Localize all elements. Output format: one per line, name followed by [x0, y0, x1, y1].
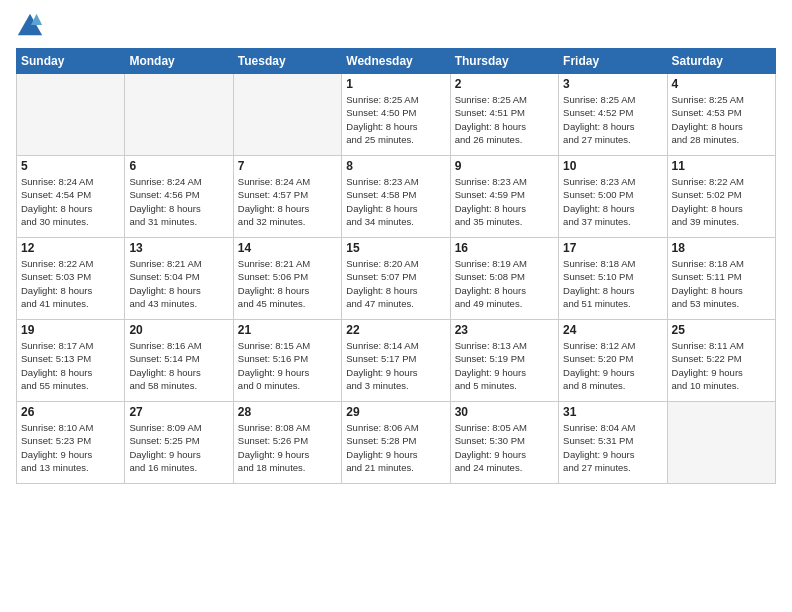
day-number: 5 [21, 159, 120, 173]
day-cell: 23Sunrise: 8:13 AM Sunset: 5:19 PM Dayli… [450, 320, 558, 402]
day-number: 27 [129, 405, 228, 419]
day-cell: 24Sunrise: 8:12 AM Sunset: 5:20 PM Dayli… [559, 320, 667, 402]
logo-icon [16, 12, 44, 40]
day-info: Sunrise: 8:21 AM Sunset: 5:04 PM Dayligh… [129, 257, 228, 310]
day-number: 1 [346, 77, 445, 91]
day-info: Sunrise: 8:13 AM Sunset: 5:19 PM Dayligh… [455, 339, 554, 392]
day-number: 3 [563, 77, 662, 91]
day-info: Sunrise: 8:23 AM Sunset: 5:00 PM Dayligh… [563, 175, 662, 228]
day-cell: 22Sunrise: 8:14 AM Sunset: 5:17 PM Dayli… [342, 320, 450, 402]
page: SundayMondayTuesdayWednesdayThursdayFrid… [0, 0, 792, 612]
column-header-thursday: Thursday [450, 49, 558, 74]
day-info: Sunrise: 8:25 AM Sunset: 4:50 PM Dayligh… [346, 93, 445, 146]
day-cell [17, 74, 125, 156]
day-info: Sunrise: 8:19 AM Sunset: 5:08 PM Dayligh… [455, 257, 554, 310]
week-row-2: 5Sunrise: 8:24 AM Sunset: 4:54 PM Daylig… [17, 156, 776, 238]
column-header-wednesday: Wednesday [342, 49, 450, 74]
day-info: Sunrise: 8:14 AM Sunset: 5:17 PM Dayligh… [346, 339, 445, 392]
day-info: Sunrise: 8:22 AM Sunset: 5:03 PM Dayligh… [21, 257, 120, 310]
day-cell: 8Sunrise: 8:23 AM Sunset: 4:58 PM Daylig… [342, 156, 450, 238]
day-cell: 3Sunrise: 8:25 AM Sunset: 4:52 PM Daylig… [559, 74, 667, 156]
day-number: 28 [238, 405, 337, 419]
day-cell: 14Sunrise: 8:21 AM Sunset: 5:06 PM Dayli… [233, 238, 341, 320]
day-cell: 9Sunrise: 8:23 AM Sunset: 4:59 PM Daylig… [450, 156, 558, 238]
day-cell: 19Sunrise: 8:17 AM Sunset: 5:13 PM Dayli… [17, 320, 125, 402]
day-info: Sunrise: 8:12 AM Sunset: 5:20 PM Dayligh… [563, 339, 662, 392]
day-cell: 4Sunrise: 8:25 AM Sunset: 4:53 PM Daylig… [667, 74, 775, 156]
day-cell: 5Sunrise: 8:24 AM Sunset: 4:54 PM Daylig… [17, 156, 125, 238]
day-cell: 25Sunrise: 8:11 AM Sunset: 5:22 PM Dayli… [667, 320, 775, 402]
day-cell: 7Sunrise: 8:24 AM Sunset: 4:57 PM Daylig… [233, 156, 341, 238]
day-number: 31 [563, 405, 662, 419]
day-cell [125, 74, 233, 156]
day-number: 22 [346, 323, 445, 337]
day-cell: 15Sunrise: 8:20 AM Sunset: 5:07 PM Dayli… [342, 238, 450, 320]
day-number: 26 [21, 405, 120, 419]
day-number: 24 [563, 323, 662, 337]
day-cell: 13Sunrise: 8:21 AM Sunset: 5:04 PM Dayli… [125, 238, 233, 320]
calendar: SundayMondayTuesdayWednesdayThursdayFrid… [16, 48, 776, 484]
day-number: 2 [455, 77, 554, 91]
day-info: Sunrise: 8:20 AM Sunset: 5:07 PM Dayligh… [346, 257, 445, 310]
day-info: Sunrise: 8:23 AM Sunset: 4:58 PM Dayligh… [346, 175, 445, 228]
day-info: Sunrise: 8:24 AM Sunset: 4:57 PM Dayligh… [238, 175, 337, 228]
column-header-friday: Friday [559, 49, 667, 74]
day-number: 7 [238, 159, 337, 173]
day-cell: 18Sunrise: 8:18 AM Sunset: 5:11 PM Dayli… [667, 238, 775, 320]
day-cell [667, 402, 775, 484]
day-info: Sunrise: 8:16 AM Sunset: 5:14 PM Dayligh… [129, 339, 228, 392]
logo [16, 12, 46, 40]
day-info: Sunrise: 8:22 AM Sunset: 5:02 PM Dayligh… [672, 175, 771, 228]
day-info: Sunrise: 8:25 AM Sunset: 4:53 PM Dayligh… [672, 93, 771, 146]
day-cell: 10Sunrise: 8:23 AM Sunset: 5:00 PM Dayli… [559, 156, 667, 238]
day-cell: 20Sunrise: 8:16 AM Sunset: 5:14 PM Dayli… [125, 320, 233, 402]
day-number: 23 [455, 323, 554, 337]
day-cell: 30Sunrise: 8:05 AM Sunset: 5:30 PM Dayli… [450, 402, 558, 484]
column-header-saturday: Saturday [667, 49, 775, 74]
day-number: 12 [21, 241, 120, 255]
day-info: Sunrise: 8:06 AM Sunset: 5:28 PM Dayligh… [346, 421, 445, 474]
day-cell: 26Sunrise: 8:10 AM Sunset: 5:23 PM Dayli… [17, 402, 125, 484]
day-number: 8 [346, 159, 445, 173]
day-info: Sunrise: 8:21 AM Sunset: 5:06 PM Dayligh… [238, 257, 337, 310]
day-cell: 27Sunrise: 8:09 AM Sunset: 5:25 PM Dayli… [125, 402, 233, 484]
day-cell: 21Sunrise: 8:15 AM Sunset: 5:16 PM Dayli… [233, 320, 341, 402]
day-info: Sunrise: 8:18 AM Sunset: 5:10 PM Dayligh… [563, 257, 662, 310]
day-number: 21 [238, 323, 337, 337]
day-number: 6 [129, 159, 228, 173]
day-cell: 6Sunrise: 8:24 AM Sunset: 4:56 PM Daylig… [125, 156, 233, 238]
day-info: Sunrise: 8:04 AM Sunset: 5:31 PM Dayligh… [563, 421, 662, 474]
day-number: 20 [129, 323, 228, 337]
week-row-1: 1Sunrise: 8:25 AM Sunset: 4:50 PM Daylig… [17, 74, 776, 156]
day-number: 9 [455, 159, 554, 173]
day-cell: 11Sunrise: 8:22 AM Sunset: 5:02 PM Dayli… [667, 156, 775, 238]
day-info: Sunrise: 8:05 AM Sunset: 5:30 PM Dayligh… [455, 421, 554, 474]
day-cell: 2Sunrise: 8:25 AM Sunset: 4:51 PM Daylig… [450, 74, 558, 156]
day-cell: 1Sunrise: 8:25 AM Sunset: 4:50 PM Daylig… [342, 74, 450, 156]
day-info: Sunrise: 8:08 AM Sunset: 5:26 PM Dayligh… [238, 421, 337, 474]
column-header-monday: Monday [125, 49, 233, 74]
day-cell: 16Sunrise: 8:19 AM Sunset: 5:08 PM Dayli… [450, 238, 558, 320]
day-info: Sunrise: 8:18 AM Sunset: 5:11 PM Dayligh… [672, 257, 771, 310]
day-number: 30 [455, 405, 554, 419]
day-number: 4 [672, 77, 771, 91]
day-number: 17 [563, 241, 662, 255]
day-info: Sunrise: 8:17 AM Sunset: 5:13 PM Dayligh… [21, 339, 120, 392]
column-header-sunday: Sunday [17, 49, 125, 74]
column-header-tuesday: Tuesday [233, 49, 341, 74]
day-info: Sunrise: 8:24 AM Sunset: 4:56 PM Dayligh… [129, 175, 228, 228]
day-info: Sunrise: 8:23 AM Sunset: 4:59 PM Dayligh… [455, 175, 554, 228]
day-info: Sunrise: 8:10 AM Sunset: 5:23 PM Dayligh… [21, 421, 120, 474]
header [16, 12, 776, 40]
day-number: 25 [672, 323, 771, 337]
header-row: SundayMondayTuesdayWednesdayThursdayFrid… [17, 49, 776, 74]
day-number: 14 [238, 241, 337, 255]
day-cell: 28Sunrise: 8:08 AM Sunset: 5:26 PM Dayli… [233, 402, 341, 484]
day-number: 19 [21, 323, 120, 337]
day-cell: 29Sunrise: 8:06 AM Sunset: 5:28 PM Dayli… [342, 402, 450, 484]
week-row-3: 12Sunrise: 8:22 AM Sunset: 5:03 PM Dayli… [17, 238, 776, 320]
day-number: 16 [455, 241, 554, 255]
day-cell [233, 74, 341, 156]
day-number: 13 [129, 241, 228, 255]
day-number: 29 [346, 405, 445, 419]
